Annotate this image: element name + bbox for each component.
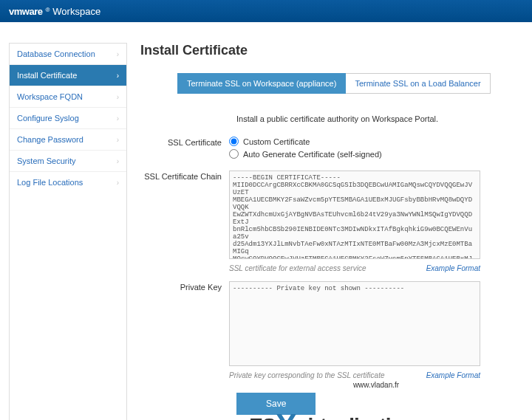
app-header: vmware® Workspace xyxy=(0,0,532,22)
sidebar-item-change-password[interactable]: Change Password › xyxy=(10,129,126,151)
sidebar-item-label: Database Connection xyxy=(17,49,95,58)
tab-terminate-ssl-workspace[interactable]: Terminate SSL on Workspace (appliance) xyxy=(177,73,346,94)
tab-description: Install a public certificate authority o… xyxy=(236,114,523,123)
sidebar-item-label: Change Password xyxy=(17,135,83,144)
chevron-right-icon: › xyxy=(117,50,119,58)
sidebar: Database Connection › Install Certificat… xyxy=(9,43,127,420)
sidebar-item-label: Install Certificate xyxy=(17,71,77,80)
watermark-post: virtualization xyxy=(297,414,415,420)
chevron-right-icon: › xyxy=(117,72,119,80)
tabs: Terminate SSL on Workspace (appliance) T… xyxy=(177,73,523,94)
sidebar-item-label: Workspace FQDN xyxy=(17,92,83,101)
tab-terminate-ssl-load-balancer[interactable]: Terminate SSL on a Load Balancer xyxy=(346,73,490,94)
brand-vmware: vmware xyxy=(9,6,42,17)
brand-reg: ® xyxy=(45,7,50,13)
radio-custom-certificate[interactable] xyxy=(229,137,239,146)
radio-auto-label: Auto Generate Certificate (self-signed) xyxy=(243,150,382,159)
sidebar-item-workspace-fqdn[interactable]: Workspace FQDN › xyxy=(10,86,126,108)
ssl-chain-textarea[interactable] xyxy=(229,171,480,259)
brand-workspace: Workspace xyxy=(52,6,100,17)
watermark-url: www.vladan.fr xyxy=(353,381,399,389)
sidebar-item-label: Log File Locations xyxy=(17,178,83,187)
ssl-chain-label: SSL Certificate Chain xyxy=(140,171,229,272)
sidebar-item-database-connection[interactable]: Database Connection › xyxy=(10,44,126,65)
sidebar-item-log-file-locations[interactable]: Log File Locations › xyxy=(10,172,126,193)
brand-logo: vmware® Workspace xyxy=(9,6,100,17)
ssl-chain-example-link[interactable]: Example Format xyxy=(426,264,480,272)
ssl-chain-hint: SSL certificate for external access serv… xyxy=(229,264,366,272)
save-button[interactable]: Save xyxy=(236,393,316,415)
chevron-right-icon: › xyxy=(117,114,119,123)
sidebar-item-system-security[interactable]: System Security › xyxy=(10,151,126,172)
private-key-textarea[interactable] xyxy=(229,281,480,366)
chevron-right-icon: › xyxy=(117,93,119,101)
sidebar-item-install-certificate[interactable]: Install Certificate › xyxy=(10,65,126,86)
sidebar-item-label: Configure Syslog xyxy=(17,114,79,123)
header-stripe xyxy=(0,22,532,37)
sidebar-item-label: System Security xyxy=(17,156,75,165)
ssl-certificate-label: SSL Certificate xyxy=(140,137,229,162)
radio-auto-generate[interactable] xyxy=(229,149,239,159)
main-content: Install Certificate Terminate SSL on Wor… xyxy=(140,43,523,420)
private-key-example-link[interactable]: Example Format xyxy=(426,371,480,379)
private-key-label: Private Key xyxy=(140,281,229,379)
private-key-hint: Private key corresponding to the SSL cer… xyxy=(229,371,384,379)
watermark-pre: ES xyxy=(249,414,275,420)
chevron-right-icon: › xyxy=(117,136,119,144)
chevron-right-icon: › xyxy=(117,157,119,165)
radio-custom-label: Custom Certificate xyxy=(243,137,310,146)
sidebar-item-configure-syslog[interactable]: Configure Syslog › xyxy=(10,108,126,129)
page-title: Install Certificate xyxy=(140,43,523,58)
chevron-right-icon: › xyxy=(117,179,119,187)
